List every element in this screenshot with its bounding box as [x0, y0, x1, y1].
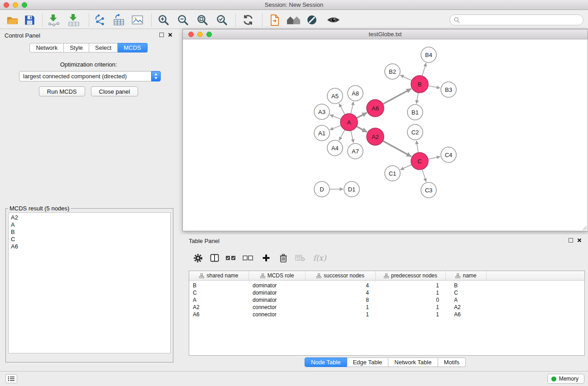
open-session-button[interactable] — [268, 14, 282, 26]
import-table-button[interactable] — [67, 14, 81, 26]
edge-A-A1[interactable] — [330, 125, 341, 130]
table-row[interactable]: A6connector11A6 — [189, 311, 584, 318]
task-history-button[interactable] — [5, 374, 17, 383]
edge-B-B4[interactable] — [422, 63, 426, 76]
vizmapper-button[interactable] — [305, 14, 319, 26]
run-mcds-button[interactable]: Run MCDS — [39, 86, 85, 96]
result-item[interactable]: A6 — [11, 243, 168, 250]
table-cell[interactable]: 1 — [376, 282, 446, 289]
column-header-MCDS-role[interactable]: MCDS role — [249, 271, 306, 280]
show-hide-button[interactable] — [325, 14, 341, 26]
result-item[interactable]: A — [11, 221, 168, 229]
tab-motifs[interactable]: Motifs — [438, 357, 466, 367]
table-cell[interactable]: 1 — [376, 311, 446, 318]
float-panel-button[interactable] — [159, 33, 164, 37]
edge-B-B3[interactable] — [428, 86, 440, 88]
edge-A-A4[interactable] — [339, 130, 345, 141]
table-cell[interactable]: 1 — [376, 289, 446, 296]
edge-B-B1[interactable] — [416, 93, 418, 104]
result-item[interactable]: A2 — [11, 214, 168, 221]
table-cell[interactable]: 4 — [306, 282, 376, 289]
table-cell[interactable]: C — [189, 289, 249, 296]
criterion-dropdown[interactable]: largest connected component (directed) — [19, 71, 161, 81]
edge-C-C2[interactable] — [416, 141, 418, 152]
apply-layout-button[interactable] — [241, 14, 255, 26]
edge-A-A8[interactable] — [351, 102, 354, 114]
edge-A-A5[interactable] — [339, 104, 345, 114]
memory-button[interactable]: Memory — [547, 374, 584, 384]
table-cell[interactable]: connector — [249, 304, 306, 311]
table-cell[interactable]: dominator — [249, 289, 306, 296]
edge-C-C3[interactable] — [422, 169, 426, 182]
export-image-button[interactable] — [131, 14, 144, 26]
table-cell[interactable]: B — [446, 282, 487, 289]
delete-column-button[interactable] — [277, 252, 290, 264]
table-cell[interactable]: A2 — [189, 304, 249, 311]
table-row[interactable]: Cdominator41C — [189, 289, 584, 296]
edge-A-A2[interactable] — [357, 126, 367, 132]
table-cell[interactable]: 1 — [306, 304, 376, 311]
close-panel-button[interactable]: Close panel — [91, 86, 139, 96]
table-settings-button[interactable] — [191, 252, 204, 264]
table-cell[interactable]: dominator — [249, 296, 306, 304]
edge-A-A3[interactable] — [330, 115, 341, 119]
table-cell[interactable]: 1 — [306, 311, 376, 318]
import-table-disabled-button[interactable] — [294, 252, 306, 264]
table-cell[interactable]: connector — [249, 311, 306, 318]
show-columns-button[interactable] — [208, 252, 221, 264]
add-column-button[interactable] — [260, 252, 272, 264]
tab-style[interactable]: Style — [64, 43, 89, 52]
edge-A2-C[interactable] — [383, 141, 411, 157]
home-button[interactable] — [285, 14, 301, 26]
table-cell[interactable]: B — [189, 282, 249, 289]
tab-edge-table[interactable]: Edge Table — [347, 357, 388, 367]
resize-grip-icon[interactable] — [582, 225, 587, 230]
table-cell[interactable]: dominator — [249, 282, 306, 289]
tab-mcds[interactable]: MCDS — [118, 43, 147, 52]
table-cell[interactable]: A — [189, 296, 249, 304]
tab-select[interactable]: Select — [89, 43, 118, 52]
tab-network[interactable]: Network — [29, 43, 64, 52]
edge-C-C1[interactable] — [400, 165, 411, 170]
new-table-button[interactable] — [112, 14, 125, 26]
result-item[interactable]: C — [11, 236, 168, 243]
open-file-button[interactable] — [5, 14, 19, 26]
edge-A6-B[interactable] — [383, 89, 411, 104]
function-builder-button[interactable]: f(x) — [311, 252, 328, 264]
column-header-shared-name[interactable]: shared name — [189, 271, 249, 280]
column-header-predecessor-nodes[interactable]: predecessor nodes — [376, 271, 446, 280]
result-item[interactable]: B — [11, 229, 168, 236]
new-network-button[interactable] — [93, 14, 107, 26]
edge-A-A6[interactable] — [357, 113, 367, 118]
deselect-all-button[interactable] — [242, 252, 254, 264]
save-session-button[interactable] — [23, 14, 36, 26]
table-row[interactable]: A2connector11A2 — [189, 304, 584, 311]
table-cell[interactable]: A6 — [446, 311, 487, 318]
edge-C-C4[interactable] — [428, 157, 440, 159]
zoom-selected-button[interactable] — [215, 14, 229, 26]
table-cell[interactable]: 0 — [376, 296, 446, 304]
network-canvas[interactable]: AA1A2A3A4A5A6A7A8BB1B2B3B4CC1C2C3C4DD1 — [183, 40, 588, 231]
column-header-successor-nodes[interactable]: successor nodes — [306, 271, 376, 280]
zoom-in-button[interactable] — [157, 14, 170, 26]
table-row[interactable]: Bdominator41B — [189, 282, 584, 289]
edge-B-B2[interactable] — [400, 75, 412, 81]
table-cell[interactable]: C — [446, 289, 487, 296]
tab-node-table[interactable]: Node Table — [305, 357, 347, 367]
table-cell[interactable]: 1 — [376, 304, 446, 311]
table-cell[interactable]: 4 — [306, 289, 376, 296]
close-panel-icon[interactable] — [168, 33, 172, 37]
table-row[interactable]: Adominator80A — [189, 296, 584, 304]
table-cell[interactable]: A6 — [189, 311, 249, 318]
zoom-out-button[interactable] — [176, 14, 190, 26]
close-table-panel-icon[interactable] — [577, 238, 582, 243]
import-network-button[interactable] — [47, 14, 61, 26]
select-all-button[interactable] — [225, 252, 237, 264]
tab-network-table[interactable]: Network Table — [388, 357, 438, 367]
table-cell[interactable]: 8 — [306, 296, 376, 304]
zoom-fit-button[interactable] — [196, 14, 209, 26]
float-table-panel-button[interactable] — [569, 238, 573, 243]
column-header-name[interactable]: name — [446, 271, 487, 280]
search-input[interactable] — [462, 15, 583, 24]
edge-A-A7[interactable] — [351, 131, 354, 143]
